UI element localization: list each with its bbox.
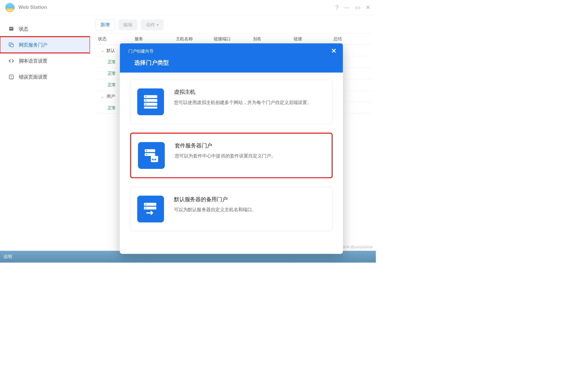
add-button-label: 新增 xyxy=(101,22,110,28)
option-default-alt-portal[interactable]: 默认服务器的备用门户 可以为默认服务器自定义主机名和端口。 xyxy=(130,187,333,231)
window-controls: ? — ▭ ✕ xyxy=(335,5,370,10)
svg-rect-7 xyxy=(11,78,12,78)
svg-rect-11 xyxy=(144,107,157,109)
list-icon xyxy=(8,26,14,31)
col-link[interactable]: 链接 xyxy=(294,36,333,42)
help-icon[interactable]: ? xyxy=(335,5,338,10)
edit-button-label: 编辑 xyxy=(123,22,132,28)
chevron-down-icon: ⌄ xyxy=(101,94,104,99)
group-label: 默认 xyxy=(107,47,115,53)
server-package-icon xyxy=(138,142,165,169)
status-cell: 正常 xyxy=(108,71,116,76)
svg-point-25 xyxy=(145,204,146,205)
watermark: CSDN @yooyootime xyxy=(339,245,373,249)
titlebar: www Web Station ? — ▭ ✕ xyxy=(0,0,376,15)
code-icon xyxy=(8,58,14,64)
sidebar-item-label: 脚本语言设置 xyxy=(19,58,48,64)
sidebar-item-label: 状态 xyxy=(19,25,29,32)
option-title: 套件服务器门户 xyxy=(175,142,276,149)
col-alias[interactable]: 别名 xyxy=(253,36,294,42)
option-desc: 您可以为套件中心中提供的套件设置自定义门户。 xyxy=(175,152,276,159)
sidebar-item-web-portal[interactable]: 网页服务门户 xyxy=(0,37,90,53)
status-cell: 正常 xyxy=(108,105,116,111)
col-status[interactable]: 状态 xyxy=(95,36,135,42)
svg-rect-22 xyxy=(155,159,156,160)
portal-wizard-modal: 门户创建向导 选择门户类型 ✕ 虚拟主机 您可以使用虚拟主机创建多个网站，并为每… xyxy=(120,43,343,254)
svg-point-14 xyxy=(145,104,146,105)
action-button-label: 动作 xyxy=(146,22,155,28)
svg-rect-21 xyxy=(152,159,153,160)
option-title: 虚拟主机 xyxy=(174,89,312,96)
maximize-icon[interactable]: ▭ xyxy=(355,5,360,10)
modal-close-icon[interactable]: ✕ xyxy=(331,47,336,55)
toolbar: 新增 编辑 动作▾ xyxy=(95,19,372,33)
sidebar-item-status[interactable]: 状态 xyxy=(0,21,90,37)
app-icon: www xyxy=(5,3,15,12)
option-virtual-host[interactable]: 虚拟主机 您可以使用虚拟主机创建多个网站，并为每个门户自定义后端设置。 xyxy=(130,80,333,124)
minimize-icon[interactable]: — xyxy=(344,5,350,10)
chevron-down-icon: ⌄ xyxy=(101,48,104,53)
option-title: 默认服务器的备用门户 xyxy=(174,196,257,203)
sidebar: 状态 网页服务门户 脚本语言设置 错误页面设置 xyxy=(0,15,90,263)
svg-point-12 xyxy=(145,96,146,97)
add-button[interactable]: 新增 xyxy=(95,19,115,30)
status-cell: 正常 xyxy=(108,82,116,88)
col-host[interactable]: 主机名称 xyxy=(176,36,214,42)
sidebar-item-label: 错误页面设置 xyxy=(19,74,48,80)
edit-button[interactable]: 编辑 xyxy=(118,19,137,30)
svg-rect-20 xyxy=(151,156,158,158)
sidebar-item-label: 网页服务门户 xyxy=(19,42,48,48)
sidebar-item-error-page[interactable]: 错误页面设置 xyxy=(0,69,90,85)
svg-point-13 xyxy=(145,100,146,101)
option-text: 虚拟主机 您可以使用虚拟主机创建多个网站，并为每个门户自定义后端设置。 xyxy=(174,89,312,106)
modal-title: 选择门户类型 xyxy=(128,59,335,67)
option-desc: 您可以使用虚拟主机创建多个网站，并为每个门户自定义后端设置。 xyxy=(174,99,312,106)
option-text: 默认服务器的备用门户 可以为默认服务器自定义主机名和端口。 xyxy=(174,196,257,213)
modal-header: 门户创建向导 选择门户类型 ✕ xyxy=(120,43,343,73)
svg-point-17 xyxy=(146,150,147,151)
taskbar-label[interactable]: 说明 xyxy=(3,254,12,259)
modal-breadcrumb: 门户创建向导 xyxy=(128,48,335,54)
svg-rect-4 xyxy=(10,44,13,47)
portal-icon xyxy=(8,42,14,48)
alert-icon xyxy=(8,74,14,80)
option-desc: 可以为默认服务器自定义主机名和端口。 xyxy=(174,206,257,213)
group-label: 用户 xyxy=(107,93,115,99)
svg-rect-1 xyxy=(10,28,13,28)
server-stack-icon xyxy=(137,89,164,115)
col-port[interactable]: 链接端口 xyxy=(214,36,253,42)
modal-body: 虚拟主机 您可以使用虚拟主机创建多个网站，并为每个门户自定义后端设置。 套件服务… xyxy=(120,73,343,238)
col-service[interactable]: 服务 xyxy=(135,36,176,42)
app-window: www Web Station ? — ▭ ✕ 状态 网页服务门户 xyxy=(0,0,376,263)
close-icon[interactable]: ✕ xyxy=(366,5,370,10)
svg-point-26 xyxy=(145,208,146,209)
option-text: 套件服务器门户 您可以为套件中心中提供的套件设置自定义门户。 xyxy=(175,142,276,159)
col-summary[interactable]: 总结 xyxy=(333,36,372,42)
chevron-down-icon: ▾ xyxy=(157,23,159,27)
svg-point-18 xyxy=(146,154,147,155)
server-redirect-icon xyxy=(137,196,164,223)
svg-rect-2 xyxy=(10,29,13,29)
status-cell: 正常 xyxy=(108,59,116,65)
action-button[interactable]: 动作▾ xyxy=(141,19,164,30)
svg-rect-6 xyxy=(11,76,12,77)
app-title: Web Station xyxy=(18,4,47,10)
sidebar-item-script-settings[interactable]: 脚本语言设置 xyxy=(0,53,90,69)
option-package-portal[interactable]: 套件服务器门户 您可以为套件中心中提供的套件设置自定义门户。 xyxy=(130,133,333,178)
